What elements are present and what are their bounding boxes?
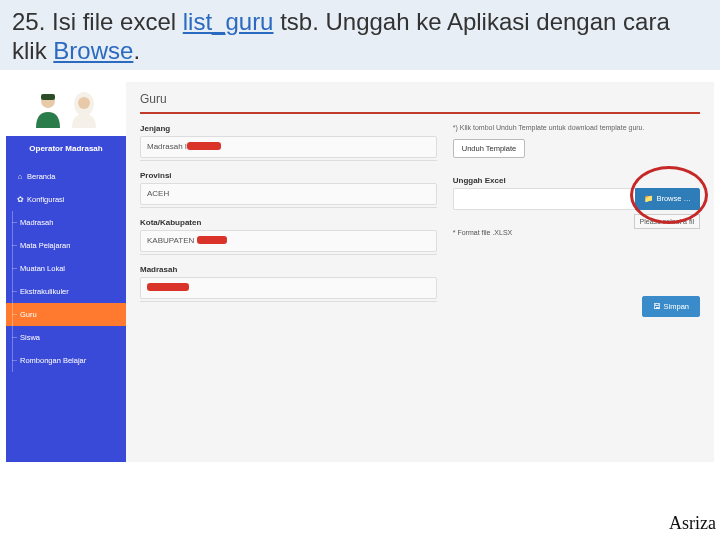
avatar-box [6, 82, 126, 136]
unggah-label: Unggah Excel [453, 176, 700, 185]
browse-button[interactable]: 📁 Browse … [635, 188, 700, 210]
save-icon: 🖫 [653, 302, 661, 311]
main-panel: Guru Jenjang Madrasah I Provinsi ACEH Ko… [126, 82, 714, 462]
redacted-mark [147, 283, 189, 291]
sidebar-menu: ⌂Beranda ✿Konfigurasi Madrasah Mata Pela… [6, 165, 126, 372]
title-text: 25. Isi file excel [12, 8, 183, 35]
sidebar-item-beranda[interactable]: ⌂Beranda [6, 165, 126, 188]
sidebar-item-label: Beranda [27, 172, 55, 181]
madrasah-field[interactable] [140, 277, 437, 299]
svg-point-3 [78, 97, 90, 109]
form-right: *) Klik tombol Unduh Template untuk down… [453, 124, 700, 317]
sidebar-item-konfigurasi[interactable]: ✿Konfigurasi [6, 188, 126, 211]
sidebar-item-label: Mata Pelajaran [20, 241, 70, 250]
app-screenshot: Operator Madrasah ⌂Beranda ✿Konfigurasi … [6, 82, 714, 462]
svg-rect-1 [41, 94, 55, 100]
sidebar: Operator Madrasah ⌂Beranda ✿Konfigurasi … [6, 82, 126, 462]
sidebar-item-ekstrakulikuler[interactable]: Ekstrakulikuler [6, 280, 126, 303]
title-text-3: . [133, 37, 140, 64]
slide-title: 25. Isi file excel list_guru tsb. Unggah… [0, 0, 720, 70]
sidebar-item-guru[interactable]: Guru [6, 303, 126, 326]
browse-label: Browse … [656, 194, 691, 203]
divider [140, 112, 700, 114]
kabupaten-label: Kota/Kabupaten [140, 218, 437, 227]
folder-icon: 📁 [644, 194, 653, 203]
home-icon: ⌂ [16, 172, 24, 181]
redacted-mark [187, 142, 221, 150]
avatar-female-icon [68, 90, 100, 128]
sidebar-item-label: Ekstrakulikuler [20, 287, 69, 296]
page-title: Guru [140, 92, 700, 106]
save-label: Simpan [664, 302, 689, 311]
provinsi-field[interactable]: ACEH [140, 183, 437, 205]
divider [140, 207, 437, 208]
avatar-male-icon [32, 90, 64, 128]
footer-author: Asriza [669, 513, 716, 534]
sidebar-title: Operator Madrasah [6, 136, 126, 165]
sidebar-item-label: Muatan Lokal [20, 264, 65, 273]
template-note: *) Klik tombol Unduh Template untuk down… [453, 124, 700, 131]
madrasah-label: Madrasah [140, 265, 437, 274]
sidebar-item-label: Guru [20, 310, 37, 319]
select-file-hint: Please select a fil [634, 214, 700, 229]
sidebar-item-mata-pelajaran[interactable]: Mata Pelajaran [6, 234, 126, 257]
field-value: KABUPATEN [147, 236, 197, 245]
unduh-template-button[interactable]: Unduh Template [453, 139, 525, 158]
sidebar-item-label: Konfigurasi [27, 195, 65, 204]
form-left: Jenjang Madrasah I Provinsi ACEH Kota/Ka… [140, 124, 437, 317]
jenjang-label: Jenjang [140, 124, 437, 133]
jenjang-field[interactable]: Madrasah I [140, 136, 437, 158]
sidebar-item-label: Rombongan Belajar [20, 356, 86, 365]
sidebar-item-madrasah[interactable]: Madrasah [6, 211, 126, 234]
field-value: Madrasah I [147, 142, 187, 151]
upload-input[interactable] [453, 188, 636, 210]
sidebar-item-muatan-lokal[interactable]: Muatan Lokal [6, 257, 126, 280]
divider [140, 160, 437, 161]
divider [140, 301, 437, 302]
title-link-1: list_guru [183, 8, 274, 35]
redacted-mark [197, 236, 227, 244]
provinsi-label: Provinsi [140, 171, 437, 180]
sidebar-item-siswa[interactable]: Siswa [6, 326, 126, 349]
sidebar-item-rombongan-belajar[interactable]: Rombongan Belajar [6, 349, 126, 372]
sidebar-item-label: Siswa [20, 333, 40, 342]
field-value: ACEH [147, 189, 169, 198]
sidebar-item-label: Madrasah [20, 218, 53, 227]
kabupaten-field[interactable]: KABUPATEN [140, 230, 437, 252]
title-link-2: Browse [53, 37, 133, 64]
simpan-button[interactable]: 🖫 Simpan [642, 296, 700, 317]
divider [140, 254, 437, 255]
gear-icon: ✿ [16, 195, 24, 204]
format-note: * Format file .XLSX [453, 229, 700, 236]
